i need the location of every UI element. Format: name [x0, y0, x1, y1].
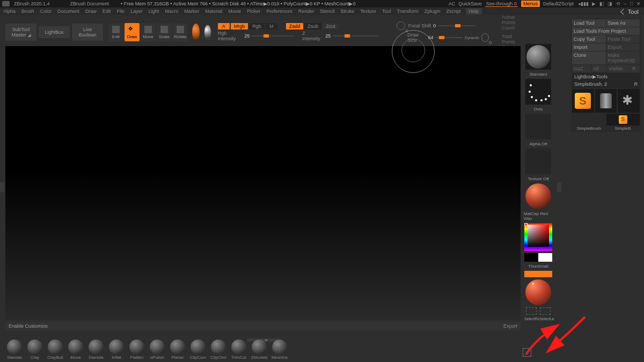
simplebrush-header[interactable]: SimpleBrush. 2R [572, 80, 640, 88]
viewport-canvas[interactable] [5, 46, 521, 320]
import-button[interactable]: Import [572, 43, 606, 51]
tool-simplebrush-mini[interactable] [606, 114, 640, 125]
dynamic-chip[interactable]: Dynamic [465, 36, 479, 40]
focal-shift-slider[interactable] [438, 25, 475, 26]
stroke-preview[interactable] [525, 79, 551, 105]
zcut-chip[interactable]: Zcut [323, 23, 339, 29]
menu-edit[interactable]: Edit [101, 9, 112, 14]
goz-r-button[interactable]: R [631, 65, 640, 72]
menu-movie[interactable]: Movie [227, 9, 242, 14]
select-rect-icon[interactable] [526, 307, 537, 315]
silhouette-toggle[interactable] [524, 271, 552, 277]
enable-customize-button[interactable]: Enable Customize [9, 323, 48, 329]
lightbox-button[interactable]: LightBox [39, 26, 70, 38]
a-chip[interactable]: A [218, 23, 230, 29]
menu-stencil[interactable]: Stencil [319, 9, 335, 14]
material-ball-icon[interactable] [192, 24, 200, 41]
layout2-icon[interactable]: ◨ [606, 1, 613, 6]
menu-light[interactable]: Light [148, 9, 160, 14]
brush-clipcircle[interactable]: ClipCircl [209, 339, 228, 360]
clone-button[interactable]: Clone [572, 51, 606, 64]
brush-trimcurve[interactable]: TrimCur [230, 339, 248, 360]
left-tray-handle[interactable] [0, 182, 4, 192]
material-preview[interactable] [525, 183, 551, 209]
brush-meshinsert[interactable]: MeshIns [270, 339, 289, 360]
focus-frame-icon[interactable] [523, 348, 531, 357]
menu-zplugin[interactable]: Zplugin [423, 9, 442, 14]
brush-zmodeler[interactable]: ZModele [250, 339, 268, 360]
menu-marker[interactable]: Marker [183, 9, 200, 14]
see-through-slider[interactable]: See-through 0 [485, 1, 518, 7]
alpha-preview[interactable] [525, 114, 551, 139]
menu-draw[interactable]: Draw [84, 9, 98, 14]
rgb-chip[interactable]: Rgb [249, 23, 265, 29]
dynamic-ring-icon[interactable]: D [481, 33, 489, 42]
menu-alpha[interactable]: Alpha [2, 9, 17, 14]
quicksave-button[interactable]: QuickSave [458, 1, 482, 6]
zsub-chip[interactable]: Zsub [304, 23, 321, 29]
focal-ring-icon[interactable]: S [397, 21, 405, 30]
menu-picker[interactable]: Picker [246, 9, 261, 14]
mrgb-chip[interactable]: Mrgb [231, 23, 248, 29]
menu-macro[interactable]: Macro [164, 9, 179, 14]
swatch-white[interactable] [538, 253, 552, 262]
subtool-master-button[interactable]: SubTool Master ◢ [5, 24, 36, 41]
close-icon[interactable]: ✕ [635, 1, 642, 6]
menu-document[interactable]: Document [56, 9, 80, 14]
tool-cylinder[interactable] [595, 89, 617, 113]
draw-size-slider[interactable] [436, 37, 463, 38]
load-tool-button[interactable]: Load Tool [572, 19, 606, 27]
menu-tool[interactable]: Tool [381, 9, 392, 14]
mode-rotate-button[interactable]: Rotate [173, 23, 188, 41]
mode-scale-button[interactable]: Scale [157, 23, 172, 41]
menu-help[interactable]: Help [466, 8, 482, 14]
menu-stroke[interactable]: Stroke [339, 9, 355, 14]
brush-clipcurve[interactable]: ClipCurv [189, 339, 207, 360]
brush-move[interactable]: Move [67, 339, 85, 360]
live-boolean-button[interactable]: Live Boolean [72, 24, 103, 41]
export-tool-button[interactable]: Export [606, 43, 640, 51]
brush-spolish[interactable]: sPolish [148, 339, 166, 360]
brush-preview[interactable] [525, 44, 551, 70]
restore-icon[interactable]: ⟲ [615, 1, 621, 6]
history-prev-icon[interactable]: ◂▮▮▮ [577, 1, 590, 6]
menu-texture[interactable]: Texture [359, 9, 377, 14]
goz-visible-button[interactable]: Visible [607, 65, 630, 72]
tool-polymesh[interactable]: ✱ [618, 89, 640, 113]
menu-zscript[interactable]: Zscript [445, 9, 462, 14]
document-name[interactable]: ZBrush Document [70, 1, 109, 6]
brush-inflate[interactable]: Inflat [107, 339, 126, 360]
z-intensity-slider[interactable] [333, 35, 378, 36]
menu-material[interactable]: Material [204, 9, 223, 14]
default-script[interactable]: DefaultZScript [543, 1, 574, 6]
right-tray-handle[interactable] [557, 182, 561, 192]
mode-move-button[interactable]: Move [141, 23, 156, 41]
color-picker[interactable] [524, 223, 552, 251]
goz-all-button[interactable]: All [591, 65, 606, 72]
paste-tool-button[interactable]: Paste Tool [606, 35, 640, 43]
layout-icon[interactable]: ◧ [598, 1, 605, 6]
copy-tool-button[interactable]: Copy Tool [572, 35, 606, 43]
history-next-icon[interactable]: ▶ [591, 1, 597, 6]
menus-button[interactable]: Menus [521, 1, 540, 7]
load-from-project-button[interactable]: Load Tools From Project [572, 27, 640, 35]
save-as-button[interactable]: Save As [606, 19, 640, 27]
tool-simplebrush[interactable] [572, 89, 594, 113]
brush-clay[interactable]: Clay [26, 339, 44, 360]
menu-layer[interactable]: Layer [129, 9, 144, 14]
brush-claybuild[interactable]: ClayBuil [46, 339, 64, 360]
goz-button[interactable]: GoZ [572, 65, 591, 72]
brush-standard[interactable]: Standar [5, 339, 24, 360]
thumbnail-preview[interactable] [525, 279, 551, 305]
minimize-icon[interactable]: – [623, 1, 628, 6]
menu-file[interactable]: File [116, 9, 126, 14]
lightbox-tools-header[interactable]: Lightbox▶Tools [572, 73, 640, 80]
tool-panel-title[interactable]: Tool [621, 9, 639, 15]
swatch-black[interactable] [524, 253, 538, 262]
texture-preview[interactable] [525, 149, 551, 174]
menu-render[interactable]: Render [297, 9, 316, 14]
gradient-ball-icon[interactable] [204, 25, 211, 40]
brush-damstandard[interactable]: Damsta [87, 339, 105, 360]
brush-flatten[interactable]: Flatten [128, 339, 146, 360]
export-button[interactable]: Export [503, 323, 517, 329]
